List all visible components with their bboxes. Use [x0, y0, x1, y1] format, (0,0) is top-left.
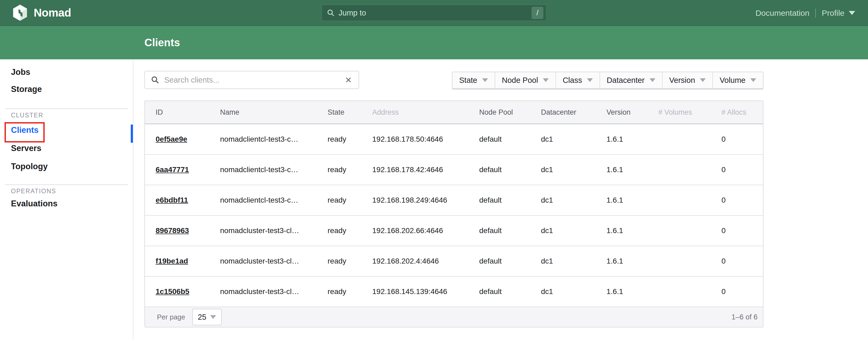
- page-title: Clients: [145, 26, 180, 59]
- nomad-logo[interactable]: Nomad: [0, 4, 71, 21]
- cell-node-pool: default: [479, 287, 541, 296]
- cell-version: 1.6.1: [607, 165, 658, 174]
- cell-address: 192.168.198.249:4646: [372, 196, 479, 205]
- table-row[interactable]: e6bdbf11nomadclientcl-test3-c…ready192.1…: [145, 185, 763, 216]
- sidebar-divider: [5, 109, 128, 109]
- cell-version: 1.6.1: [607, 287, 658, 296]
- cell-address: 192.168.178.50:4646: [372, 135, 479, 144]
- jump-to-search[interactable]: Jump to /: [321, 4, 547, 21]
- column-header-node-pool[interactable]: Node Pool: [479, 108, 541, 117]
- cell-id: 89678963: [156, 226, 220, 235]
- sidebar: Jobs Storage CLUSTER Clients Servers Top…: [0, 59, 133, 340]
- sidebar-item-topology[interactable]: Topology: [0, 158, 133, 175]
- cell-allocs: 0: [721, 135, 763, 144]
- cell-datacenter: dc1: [541, 226, 607, 235]
- table-row[interactable]: 6aa47771nomadclientcl-test3-c…ready192.1…: [145, 155, 763, 185]
- cell-allocs: 0: [721, 196, 763, 205]
- filter-node-pool[interactable]: Node Pool: [495, 72, 555, 88]
- brand-wordmark: Nomad: [34, 6, 71, 19]
- cell-version: 1.6.1: [607, 257, 658, 266]
- chevron-down-icon: [587, 78, 593, 82]
- cell-version: 1.6.1: [607, 135, 658, 144]
- search-icon: [151, 75, 159, 84]
- sidebar-item-clients[interactable]: Clients: [0, 122, 133, 139]
- cell-node-pool: default: [479, 226, 541, 235]
- per-page-value: 25: [197, 313, 206, 321]
- chevron-down-icon: [750, 78, 756, 82]
- column-header-state[interactable]: State: [328, 108, 372, 117]
- table-row[interactable]: 89678963nomadcluster-test3-cl…ready192.1…: [145, 216, 763, 246]
- chevron-down-icon: [543, 78, 549, 82]
- pagination-range: 1–6 of 6: [731, 313, 757, 321]
- page-header: Clients: [0, 26, 868, 59]
- per-page-label: Per page: [157, 313, 185, 321]
- filter-label: Datacenter: [607, 76, 645, 85]
- table-row[interactable]: 0ef5ae9enomadclientcl-test3-c…ready192.1…: [145, 124, 763, 155]
- cell-name: nomadclientcl-test3-c…: [220, 196, 328, 205]
- profile-label: Profile: [822, 8, 844, 18]
- filter-datacenter[interactable]: Datacenter: [599, 72, 662, 88]
- cell-datacenter: dc1: [541, 257, 607, 266]
- column-header-address: Address: [372, 108, 479, 117]
- table-row[interactable]: f19be1adnomadcluster-test3-cl…ready192.1…: [145, 246, 763, 277]
- cell-allocs: 0: [721, 257, 763, 266]
- profile-menu[interactable]: Profile: [822, 8, 855, 18]
- cell-node-pool: default: [479, 165, 541, 174]
- cell-datacenter: dc1: [541, 135, 607, 144]
- documentation-link[interactable]: Documentation: [755, 8, 809, 18]
- nomad-logo-icon: [12, 4, 28, 21]
- cell-id: f19be1ad: [156, 257, 220, 266]
- filter-version[interactable]: Version: [662, 72, 713, 88]
- filter-volume[interactable]: Volume: [712, 72, 763, 88]
- clients-table: IDNameStateAddressNode PoolDatacenterVer…: [145, 100, 764, 328]
- sidebar-item-jobs[interactable]: Jobs: [0, 64, 133, 81]
- clients-search-input[interactable]: Search clients...: [145, 71, 359, 89]
- clients-search-placeholder: Search clients...: [164, 75, 219, 85]
- cell-address: 192.168.145.139:4646: [372, 287, 479, 296]
- table-row[interactable]: 1c1506b5nomadcluster-test3-cl…ready192.1…: [145, 277, 763, 307]
- chevron-down-icon: [650, 78, 655, 82]
- sidebar-divider: [5, 184, 128, 185]
- sidebar-item-storage[interactable]: Storage: [0, 81, 133, 98]
- filter-state[interactable]: State: [453, 72, 495, 88]
- cell-address: 192.168.178.42:4646: [372, 165, 479, 174]
- cell-name: nomadcluster-test3-cl…: [220, 287, 328, 296]
- cell-version: 1.6.1: [607, 196, 658, 205]
- column-header-volumes: # Volumes: [658, 108, 721, 117]
- client-id-link[interactable]: 0ef5ae9e: [156, 135, 187, 143]
- filter-bar: StateNode PoolClassDatacenterVersionVolu…: [452, 72, 764, 89]
- filter-label: Volume: [720, 76, 746, 85]
- per-page-select[interactable]: 25: [192, 309, 222, 325]
- filter-label: State: [459, 76, 477, 85]
- cell-state: ready: [328, 165, 372, 174]
- client-id-link[interactable]: 1c1506b5: [156, 287, 189, 296]
- cell-node-pool: default: [479, 257, 541, 266]
- client-id-link[interactable]: 89678963: [156, 226, 189, 235]
- cell-id: e6bdbf11: [156, 196, 220, 205]
- sidebar-item-servers[interactable]: Servers: [0, 140, 133, 157]
- column-header-datacenter[interactable]: Datacenter: [541, 108, 607, 117]
- cell-state: ready: [328, 135, 372, 144]
- client-id-link[interactable]: f19be1ad: [156, 257, 188, 265]
- jump-to-placeholder: Jump to: [339, 8, 366, 18]
- cell-datacenter: dc1: [541, 287, 607, 296]
- cell-state: ready: [328, 257, 372, 266]
- cell-allocs: 0: [721, 165, 763, 174]
- table-header-row: IDNameStateAddressNode PoolDatacenterVer…: [145, 101, 763, 124]
- cell-id: 1c1506b5: [156, 287, 220, 296]
- column-header-name[interactable]: Name: [220, 108, 328, 117]
- cell-id: 6aa47771: [156, 165, 220, 174]
- top-nav: Nomad Jump to / Documentation Profile: [0, 0, 868, 26]
- clear-search-icon[interactable]: [344, 75, 353, 84]
- filter-class[interactable]: Class: [555, 72, 599, 88]
- client-id-link[interactable]: 6aa47771: [156, 165, 189, 174]
- sidebar-item-evaluations[interactable]: Evaluations: [0, 195, 133, 212]
- cell-name: nomadcluster-test3-cl…: [220, 257, 328, 266]
- chevron-down-icon: [482, 78, 488, 82]
- sidebar-section-operations: OPERATIONS: [0, 187, 133, 195]
- cell-state: ready: [328, 287, 372, 296]
- client-id-link[interactable]: e6bdbf11: [156, 196, 188, 204]
- column-header-version[interactable]: Version: [607, 108, 658, 117]
- column-header-id[interactable]: ID: [156, 108, 220, 117]
- cell-datacenter: dc1: [541, 196, 607, 205]
